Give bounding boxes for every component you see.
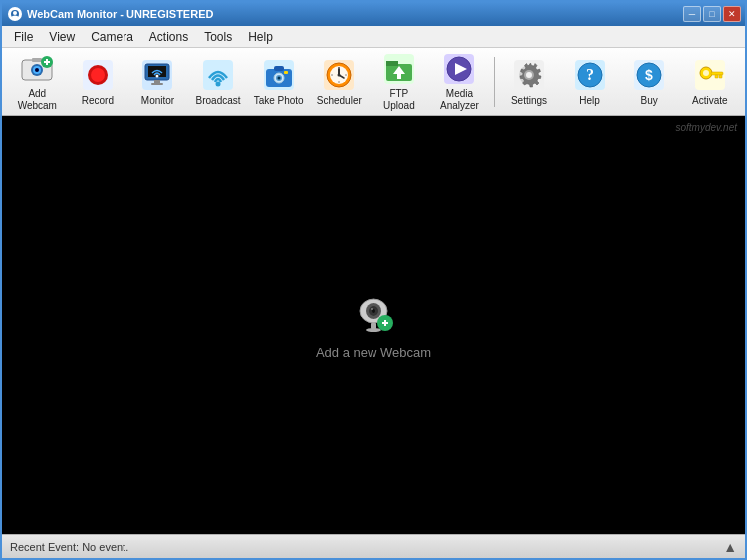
add-webcam-button[interactable]: Add Webcam [8, 53, 67, 111]
buy-label: Buy [641, 95, 658, 107]
activate-label: Activate [692, 95, 728, 107]
svg-rect-24 [274, 66, 284, 71]
media-icon [441, 52, 477, 86]
maximize-button[interactable]: □ [703, 6, 721, 22]
watermark: softmydev.net [675, 122, 737, 133]
main-window: WebCam Monitor - UNREGISTERED ─ □ ✕ File… [0, 0, 747, 560]
menu-bar: File View Camera Actions Tools Help [2, 26, 745, 48]
menu-view[interactable]: View [41, 28, 83, 46]
record-button[interactable]: Record [69, 53, 127, 111]
svg-rect-17 [154, 80, 160, 83]
svg-point-50 [526, 72, 532, 78]
take-photo-label: Take Photo [254, 95, 304, 107]
settings-icon [511, 57, 547, 93]
camera-icon [261, 57, 297, 93]
svg-point-2 [12, 16, 18, 19]
broadcast-icon [200, 57, 236, 93]
settings-label: Settings [511, 95, 547, 107]
ftp-upload-button[interactable]: FTP Upload [371, 53, 429, 111]
help-label: Help [579, 95, 600, 107]
menu-help[interactable]: Help [240, 28, 281, 46]
settings-button[interactable]: Settings [500, 53, 559, 111]
svg-point-69 [366, 328, 381, 332]
add-webcam-icon-large [350, 291, 397, 339]
help-icon: ? [572, 57, 608, 93]
monitor-icon [139, 57, 175, 93]
monitor-label: Monitor [141, 95, 174, 107]
scheduler-icon [321, 57, 357, 93]
menu-actions[interactable]: Actions [141, 28, 196, 46]
svg-rect-28 [284, 71, 288, 74]
status-text: Recent Event: No event. [10, 541, 128, 553]
media-analyzer-label: Media Analyzer [433, 88, 486, 112]
close-button[interactable]: ✕ [723, 6, 741, 22]
take-photo-button[interactable]: Take Photo [249, 53, 308, 111]
svg-rect-43 [397, 74, 401, 79]
broadcast-label: Broadcast [196, 95, 241, 107]
title-bar-left: WebCam Monitor - UNREGISTERED [8, 7, 213, 21]
svg-point-59 [703, 70, 709, 76]
help-button[interactable]: ? Help [560, 53, 619, 111]
record-label: Record [82, 95, 114, 107]
svg-rect-72 [384, 320, 386, 326]
svg-point-13 [91, 68, 105, 82]
expand-icon[interactable]: ▲ [723, 539, 737, 555]
svg-rect-18 [151, 83, 163, 85]
svg-rect-7 [32, 58, 42, 62]
scheduler-label: Scheduler [317, 95, 362, 107]
svg-point-6 [35, 68, 39, 72]
ftp-icon [381, 52, 417, 86]
toolbar: Add Webcam Record [2, 48, 745, 116]
svg-rect-41 [386, 61, 398, 66]
minimize-button[interactable]: ─ [683, 6, 701, 22]
scheduler-button[interactable]: Scheduler [310, 53, 369, 111]
svg-point-34 [338, 73, 341, 76]
status-bar: Recent Event: No event. ▲ [2, 534, 745, 558]
menu-tools[interactable]: Tools [196, 28, 240, 46]
add-webcam-text[interactable]: Add a new Webcam [316, 345, 431, 360]
svg-rect-62 [715, 75, 718, 78]
menu-file[interactable]: File [6, 28, 41, 46]
record-icon [80, 57, 116, 93]
buy-icon: $ [631, 57, 667, 93]
window-controls: ─ □ ✕ [683, 6, 741, 22]
toolbar-separator [494, 57, 495, 107]
title-bar: WebCam Monitor - UNREGISTERED ─ □ ✕ [2, 2, 745, 26]
svg-text:?: ? [586, 66, 594, 83]
svg-text:$: $ [645, 67, 653, 83]
monitor-button[interactable]: Monitor [128, 53, 187, 111]
broadcast-button[interactable]: Broadcast [189, 53, 248, 111]
ftp-upload-label: FTP Upload [374, 88, 426, 112]
add-webcam-label: Add Webcam [11, 88, 64, 112]
svg-point-67 [371, 308, 373, 310]
svg-point-27 [277, 76, 280, 79]
svg-point-19 [156, 74, 159, 77]
media-analyzer-button[interactable]: Media Analyzer [430, 53, 489, 111]
svg-rect-10 [46, 59, 48, 65]
svg-rect-60 [711, 72, 723, 75]
menu-camera[interactable]: Camera [83, 28, 141, 46]
svg-point-21 [216, 81, 221, 86]
buy-button[interactable]: $ Buy [621, 53, 679, 111]
main-content[interactable]: softmydev.net Add a new Webcam [2, 116, 745, 534]
activate-icon [692, 57, 728, 93]
activate-button[interactable]: Activate [680, 53, 739, 111]
svg-point-1 [13, 11, 17, 15]
add-webcam-icon [19, 52, 55, 86]
window-title: WebCam Monitor - UNREGISTERED [27, 8, 213, 20]
svg-rect-61 [719, 75, 722, 78]
app-icon [8, 7, 22, 21]
